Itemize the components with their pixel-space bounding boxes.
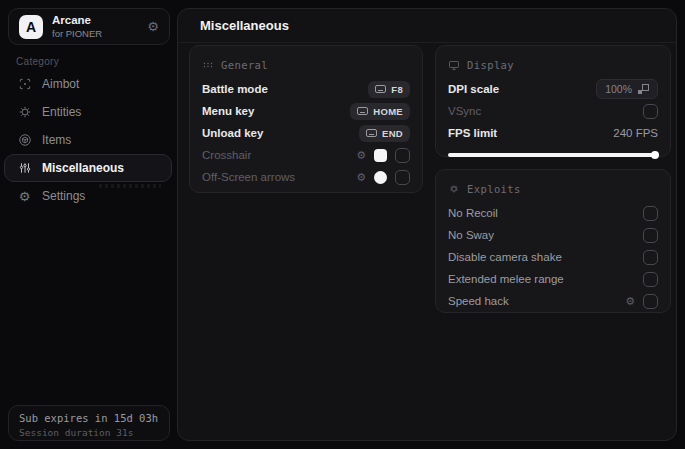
setting-label: FPS limit — [448, 127, 497, 139]
brand-logo: A — [19, 15, 43, 39]
setting-row-dpi-scale: DPI scale 100% — [448, 78, 658, 100]
setting-row-fps-limit: FPS limit 240 FPS — [448, 122, 658, 144]
setting-label: Battle mode — [202, 83, 268, 95]
keyboard-icon — [375, 85, 386, 93]
panel-title: Exploits — [467, 183, 521, 195]
sidebar-item-label: Items — [42, 133, 71, 147]
panel-title: Display — [467, 59, 514, 71]
app-window: A Arcane for PIONER ⚙ Category Aimbot En… — [0, 0, 685, 449]
checkbox[interactable] — [643, 250, 658, 265]
setting-row-offscreen-arrows: Off-Screen arrows ⚙ — [202, 166, 410, 188]
checkbox[interactable] — [643, 294, 658, 309]
slider-handle[interactable] — [651, 151, 659, 159]
monitor-icon — [448, 59, 460, 71]
keyboard-icon — [366, 129, 377, 137]
sub-expiry-text: Sub expires in 15d 03h — [19, 411, 159, 426]
subscription-card: Sub expires in 15d 03h Session duration … — [8, 405, 170, 441]
setting-row-vsync: VSync — [448, 100, 658, 122]
checkbox[interactable] — [395, 148, 410, 163]
panel-display: Display DPI scale 100% VSync FPS limit 2… — [435, 45, 671, 157]
gear-icon[interactable]: ⚙ — [147, 19, 159, 34]
sidebar-item-miscellaneous[interactable]: Miscellaneous — [4, 154, 172, 182]
brand-card: A Arcane for PIONER ⚙ — [8, 8, 170, 45]
setting-label: DPI scale — [448, 83, 499, 95]
sidebar-item-label: Entities — [42, 105, 81, 119]
sliders-icon — [17, 161, 32, 176]
color-swatch[interactable] — [374, 171, 387, 184]
brand-name: Arcane — [52, 13, 138, 27]
checkbox[interactable] — [643, 272, 658, 287]
dpi-scale-select[interactable]: 100% — [596, 79, 658, 99]
gear-icon: ⚙ — [17, 189, 32, 204]
checkbox[interactable] — [643, 104, 658, 119]
fps-limit-value: 240 FPS — [613, 127, 658, 139]
setting-row-no-sway: No Sway — [448, 224, 658, 246]
setting-label: No Sway — [448, 229, 494, 241]
setting-label: Menu key — [202, 105, 254, 117]
keyboard-icon — [357, 107, 368, 115]
main-header: Miscellaneous — [178, 9, 676, 43]
setting-row-speed-hack: Speed hack ⚙ — [448, 290, 658, 312]
setting-row-battle-mode: Battle mode F8 — [202, 78, 410, 100]
setting-label: Unload key — [202, 127, 263, 139]
setting-label: Disable camera shake — [448, 251, 562, 263]
gear-icon[interactable]: ⚙ — [356, 172, 366, 183]
session-duration-text: Session duration 31s — [19, 426, 159, 439]
sidebar-item-settings[interactable]: ⚙ Settings — [4, 182, 172, 210]
keybind-button[interactable]: END — [359, 125, 410, 142]
keybind-value: HOME — [373, 106, 403, 117]
setting-label: Extended melee range — [448, 273, 564, 285]
sidebar-item-items[interactable]: Items — [4, 126, 172, 154]
setting-row-unload-key: Unload key END — [202, 122, 410, 144]
gear-icon[interactable]: ⚙ — [625, 296, 635, 307]
sidebar-item-label: Settings — [42, 189, 85, 203]
sidebar-item-label: Aimbot — [42, 77, 79, 91]
keybind-button[interactable]: F8 — [368, 81, 410, 98]
fps-limit-slider[interactable] — [448, 151, 658, 158]
bug-icon — [448, 183, 460, 195]
sidebar-item-aimbot[interactable]: Aimbot — [4, 70, 172, 98]
brand-subtitle: for PIONER — [52, 28, 138, 40]
checkbox[interactable] — [643, 206, 658, 221]
sidebar-nav: Aimbot Entities Items Miscellaneous — [4, 70, 172, 210]
page-title: Miscellaneous — [200, 18, 289, 33]
scan-icon — [17, 77, 32, 92]
panel-exploits: Exploits No Recoil No Sway Disable camer… — [435, 169, 671, 313]
setting-row-no-recoil: No Recoil — [448, 202, 658, 224]
setting-row-crosshair: Crosshair ⚙ — [202, 144, 410, 166]
gear-icon[interactable]: ⚙ — [356, 150, 366, 161]
sidebar-item-label: Miscellaneous — [42, 161, 124, 175]
checkbox[interactable] — [395, 170, 410, 185]
panel-title: General — [221, 59, 268, 71]
scale-icon — [638, 84, 649, 95]
setting-label: Crosshair — [202, 149, 251, 161]
panel-general: General Battle mode F8 Menu key HOME Unl… — [189, 45, 423, 193]
keybind-value: F8 — [391, 84, 403, 95]
setting-label: No Recoil — [448, 207, 498, 219]
setting-row-disable-camera-shake: Disable camera shake — [448, 246, 658, 268]
cube-icon — [17, 133, 32, 148]
grid-icon — [202, 59, 214, 71]
dpi-scale-value: 100% — [605, 83, 632, 95]
main-content: Miscellaneous General Battle mode F8 Men… — [177, 8, 677, 441]
checkbox[interactable] — [643, 228, 658, 243]
entities-icon — [17, 105, 32, 120]
color-swatch[interactable] — [374, 149, 387, 162]
setting-label: Off-Screen arrows — [202, 171, 295, 183]
sidebar-item-entities[interactable]: Entities — [4, 98, 172, 126]
setting-row-menu-key: Menu key HOME — [202, 100, 410, 122]
category-label: Category — [16, 56, 59, 67]
setting-row-extended-melee-range: Extended melee range — [448, 268, 658, 290]
setting-label: Speed hack — [448, 295, 509, 307]
setting-label: VSync — [448, 105, 481, 117]
keybind-value: END — [382, 128, 403, 139]
keybind-button[interactable]: HOME — [350, 103, 410, 120]
sidebar: A Arcane for PIONER ⚙ Category Aimbot En… — [0, 0, 177, 449]
